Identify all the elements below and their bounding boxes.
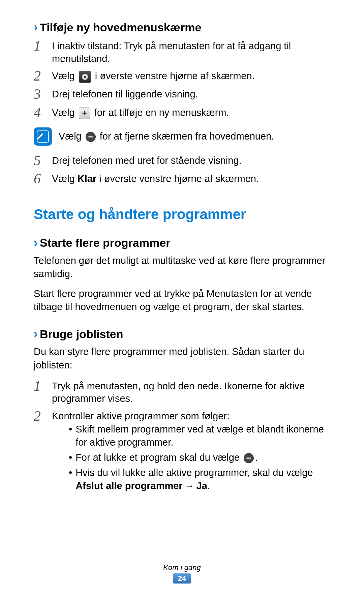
- step-1: 1 I inaktiv tilstand: Tryk på menutasten…: [34, 38, 330, 65]
- step-text: Kontroller aktive programmer som følger:…: [52, 409, 330, 495]
- text-bold: Afslut alle programmer: [75, 480, 182, 491]
- step-text: Vælg Klar i øverste venstre hjørne af sk…: [52, 171, 330, 185]
- text-part: Vælg: [52, 70, 75, 81]
- step-number: 2: [34, 409, 50, 423]
- step-text: Drej telefonen til liggende visning.: [52, 87, 330, 101]
- bullet-text: Skift mellem programmer ved at vælge et …: [75, 423, 330, 449]
- section-heading-add-menu: › Tilføje ny hovedmenuskærme: [34, 20, 330, 34]
- section-heading-start-multiple: › Starte flere programmer: [34, 236, 330, 250]
- step-2: 2 Kontroller aktive programmer som følge…: [34, 409, 330, 495]
- heading-text: Starte flere programmer: [40, 236, 170, 249]
- text-part: for at tilføje en ny menuskærm.: [94, 107, 229, 118]
- section-heading-joblist: › Bruge joblisten: [34, 327, 330, 341]
- step-5: 5 Drej telefonen med uret for stående vi…: [34, 153, 330, 168]
- paragraph: Start flere programmer ved at trykke på …: [34, 287, 330, 314]
- text-bold: Ja: [196, 480, 207, 491]
- text-part: i øverste venstre hjørne af skærmen.: [96, 173, 259, 184]
- arrow-icon: →: [185, 480, 194, 491]
- paragraph: Telefonen gør det muligt at multitaske v…: [34, 254, 330, 280]
- bullet-item: • Hvis du vil lukke alle aktive programm…: [69, 466, 330, 492]
- minus-icon: [86, 132, 96, 142]
- footer-page-number: 24: [173, 573, 191, 584]
- step-text: Vælg i øverste venstre hjørne af skærmen…: [52, 68, 330, 83]
- chevron-icon: ›: [34, 236, 38, 250]
- bullet-item: • Skift mellem programmer ved at vælge e…: [69, 423, 330, 449]
- text-part: Kontroller aktive programmer som følger:: [52, 410, 330, 423]
- footer: Kom i gang 24: [163, 563, 201, 584]
- chevron-icon: ›: [34, 20, 38, 34]
- step-number: 1: [34, 379, 50, 393]
- note-icon: [34, 127, 52, 146]
- bullet-text: Hvis du vil lukke alle aktive programmer…: [75, 466, 330, 492]
- chevron-icon: ›: [34, 327, 38, 341]
- text-part: Vælg: [59, 131, 82, 142]
- step-text: Vælg + for at tilføje en ny menuskærm.: [52, 105, 330, 119]
- pen-icon: [37, 130, 49, 143]
- text-part: Vælg: [52, 173, 78, 184]
- step-1: 1 Tryk på menutasten, og hold den nede. …: [34, 379, 330, 405]
- step-6: 6 Vælg Klar i øverste venstre hjørne af …: [34, 171, 330, 186]
- step-text: I inaktiv tilstand: Tryk på menutasten f…: [52, 38, 330, 65]
- step-number: 6: [34, 171, 50, 186]
- step-3: 3 Drej telefonen til liggende visning.: [34, 87, 330, 101]
- text-bold: Klar: [78, 173, 96, 184]
- gear-icon: [79, 71, 91, 83]
- step-text: Tryk på menutasten, og hold den nede. Ik…: [52, 379, 330, 405]
- text-part: i øverste venstre hjørne af skærmen.: [95, 70, 255, 81]
- step-list: 5 Drej telefonen med uret for stående vi…: [34, 153, 330, 186]
- paragraph: Du kan styre flere programmer med joblis…: [34, 345, 330, 371]
- step-number: 2: [34, 68, 50, 83]
- minus-icon: [244, 453, 254, 463]
- bullet-dot: •: [69, 466, 72, 492]
- footer-chapter: Kom i gang: [163, 563, 201, 572]
- text-part: for at fjerne skærmen fra hovedmenuen.: [100, 131, 274, 142]
- step-list: 1 Tryk på menutasten, og hold den nede. …: [34, 379, 330, 495]
- text-part: .: [255, 452, 258, 463]
- step-text: Drej telefonen med uret for stående visn…: [52, 153, 330, 167]
- step-number: 1: [34, 38, 50, 53]
- note-box: Vælg for at fjerne skærmen fra hovedmenu…: [34, 127, 330, 146]
- bullet-dot: •: [69, 451, 72, 464]
- heading-text: Bruge joblisten: [40, 328, 123, 341]
- main-heading: Starte og håndtere programmer: [34, 206, 330, 222]
- step-number: 5: [34, 153, 50, 168]
- text-part: Hvis du vil lukke alle aktive programmer…: [75, 467, 313, 478]
- step-2: 2 Vælg i øverste venstre hjørne af skærm…: [34, 68, 330, 83]
- step-4: 4 Vælg + for at tilføje en ny menuskærm.: [34, 105, 330, 120]
- step-number: 3: [34, 87, 50, 101]
- text-part: For at lukke et program skal du vælge: [75, 452, 240, 463]
- bullet-item: • For at lukke et program skal du vælge …: [69, 451, 330, 464]
- heading-text: Tilføje ny hovedmenuskærme: [40, 21, 201, 34]
- note-text: Vælg for at fjerne skærmen fra hovedmenu…: [59, 130, 274, 143]
- step-list: 1 I inaktiv tilstand: Tryk på menutasten…: [34, 38, 330, 120]
- plus-icon: +: [79, 108, 90, 119]
- step-number: 4: [34, 105, 50, 120]
- text-part: .: [207, 480, 210, 491]
- bullet-dot: •: [69, 423, 72, 449]
- text-part: Vælg: [52, 107, 75, 118]
- bullet-text: For at lukke et program skal du vælge .: [75, 451, 258, 464]
